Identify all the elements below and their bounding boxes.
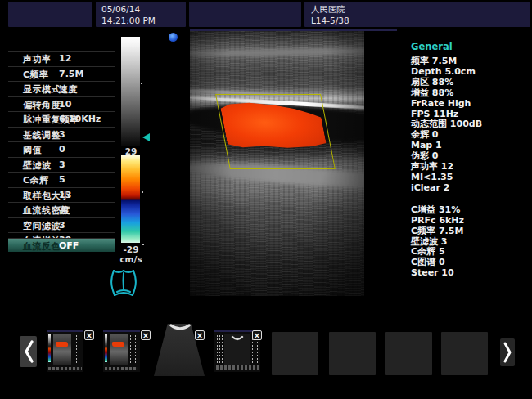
probe-model: L14-5/38 <box>311 16 349 25</box>
datetime: 05/06/1414:21:00 PM <box>96 2 186 28</box>
parameter-value: 3 <box>59 220 65 231</box>
date-text: 05/06/14 <box>101 4 140 14</box>
grayscale-bar <box>121 37 140 146</box>
parameter-value: 3 <box>59 129 65 140</box>
thumb-filmstrip <box>216 365 259 370</box>
image-thumbnail[interactable] <box>154 316 205 376</box>
body-marker-icon[interactable] <box>107 265 140 299</box>
info-line: FrRate High <box>411 99 530 110</box>
info-line: MI<1.35 <box>411 173 530 183</box>
thumb-doppler-flow <box>112 342 125 347</box>
info-line: 频率 7.5M <box>411 56 530 67</box>
doppler-flow-signal <box>219 101 327 149</box>
parameter-label: 血流反色 <box>23 240 61 253</box>
parameter-row[interactable]: 壁滤波 3 <box>8 157 115 173</box>
thumb-probe-arc <box>231 335 244 342</box>
parameter-value: OFF <box>59 240 79 251</box>
close-thumbnail-button[interactable]: × <box>84 330 94 340</box>
parameter-row[interactable]: 阈值 0 <box>8 141 115 157</box>
thumb-topbar <box>103 330 140 332</box>
parameter-label: 显示模式 <box>23 83 61 96</box>
ultrasound-screen: 05/06/1414:21:00 PM 人民医院L14-5/38 声功率 12 … <box>0 0 532 399</box>
ultrasound-image-area[interactable] <box>190 29 397 296</box>
bmode-info-list: 频率 7.5M Depth 5.0cm 扇区 88% 增益 88% FrRate… <box>411 56 530 194</box>
gain-dot-icon <box>142 244 144 245</box>
image-thumbnail[interactable] <box>103 330 140 372</box>
focus-arrow-icon[interactable] <box>142 133 150 141</box>
thumb-image <box>224 334 250 365</box>
parameter-value: 10 <box>59 99 71 110</box>
thumb-text-column <box>129 334 137 364</box>
parameter-row[interactable]: 脉冲重复频率 6.10KHz <box>8 111 115 127</box>
time-text: 14:21:00 PM <box>101 16 156 25</box>
info-line: 增益 88% <box>411 88 530 99</box>
empty-thumbnail-slot <box>329 332 376 375</box>
doppler-colorbar <box>121 155 140 243</box>
parameter-row[interactable]: 偏转角度 10 <box>8 96 115 112</box>
parameter-panel: 声功率 12 C频率 7.5M 显示模式 速度 偏转角度 10 脉冲重复频率 6… <box>8 51 115 248</box>
thumbnails-scroll-right-button[interactable] <box>500 338 515 366</box>
parameter-value: 3 <box>59 159 65 170</box>
colorbar-unit-label: cm/s <box>115 254 147 264</box>
parameter-row[interactable]: 显示模式 速度 <box>8 81 115 96</box>
topbar-datetime-box: 05/06/1414:21:00 PM <box>96 2 186 27</box>
thumb-colorbar <box>48 334 51 362</box>
parameter-row[interactable]: 血流线密度 高 <box>8 202 115 217</box>
color-roi-box[interactable] <box>215 94 336 169</box>
preset-header: General <box>411 41 530 52</box>
probe-orientation-marker-icon <box>169 33 178 42</box>
topbar-logo-box <box>8 2 92 27</box>
empty-thumbnail-slot <box>385 332 432 375</box>
gain-dot-icon <box>142 191 143 193</box>
info-line: Steer 10 <box>411 268 530 279</box>
vessel-anterior-wall <box>190 96 364 112</box>
parameter-row[interactable]: C频率 7.5M <box>8 66 115 82</box>
vessel-wall-echo <box>190 89 306 98</box>
parameter-label: 壁滤波 <box>23 159 52 172</box>
vessel-lumen <box>190 100 364 147</box>
parameter-label: 偏转角度 <box>23 99 61 111</box>
parameter-value: 12 <box>59 53 71 64</box>
close-thumbnail-button[interactable]: × <box>141 330 151 340</box>
parameter-label: 阈值 <box>23 144 42 156</box>
info-line: iClear 2 <box>411 183 530 194</box>
close-thumbnail-button[interactable]: × <box>252 330 262 340</box>
info-line: C频率 7.5M <box>411 226 530 237</box>
parameter-row[interactable]: 取样包大小 13 <box>8 187 115 203</box>
gain-dot-icon <box>141 83 142 84</box>
parameter-row[interactable]: 基线调整 3 <box>8 127 115 142</box>
parameter-value: 高 <box>59 204 68 217</box>
parameter-value: 13 <box>59 190 71 200</box>
parameter-row-selected[interactable]: 血流反色 OFF <box>8 238 115 252</box>
parameter-value: 6.10KHz <box>59 114 101 124</box>
thumb-colorbar <box>105 334 107 362</box>
parameter-value: 5 <box>59 174 65 185</box>
close-thumbnail-button[interactable]: × <box>195 330 205 340</box>
parameter-value: 速度 <box>59 83 77 96</box>
parameter-label: C余辉 <box>23 174 49 186</box>
image-thumbnail[interactable] <box>47 330 83 372</box>
thumb-image <box>110 334 128 365</box>
parameter-row[interactable]: C余辉 5 <box>8 172 115 187</box>
parameter-label: C频率 <box>23 69 49 81</box>
empty-thumbnail-slot <box>272 332 318 375</box>
info-line: Depth 5.0cm <box>411 67 530 78</box>
thumb-filmstrip <box>105 367 138 370</box>
chevron-right-icon <box>503 341 512 364</box>
thumb-topbar <box>47 330 83 332</box>
thumb-image <box>53 334 71 365</box>
parameter-value: 7.5M <box>59 69 83 79</box>
thumb-filmstrip <box>48 367 82 370</box>
tissue-band <box>190 47 364 57</box>
hospital-name: 人民医院 <box>311 4 345 14</box>
parameter-row[interactable]: 空间滤波 3 <box>8 217 115 233</box>
thumbnails-scroll-left-button[interactable] <box>20 336 37 367</box>
hospital-probe: 人民医院L14-5/38 <box>304 2 530 28</box>
parameter-value: 0 <box>59 144 65 155</box>
parameter-label: 声功率 <box>23 53 52 65</box>
thumb-text-column <box>73 334 80 364</box>
parameter-row[interactable]: 声功率 12 <box>8 51 115 66</box>
info-line: C增益 31% <box>411 205 530 216</box>
info-panel: General 频率 7.5M Depth 5.0cm 扇区 88% 增益 88… <box>411 41 530 279</box>
parameter-label: 基线调整 <box>23 129 61 141</box>
